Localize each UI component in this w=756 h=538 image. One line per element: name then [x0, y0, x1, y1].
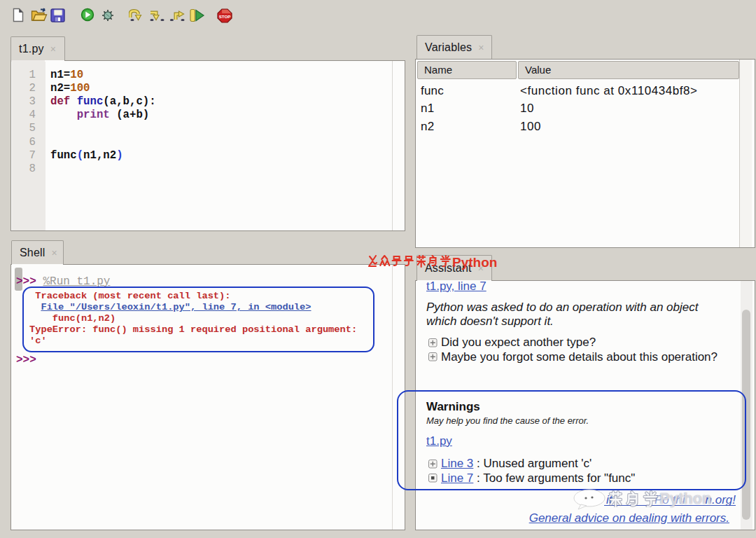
svg-text:STOP: STOP — [219, 14, 231, 19]
